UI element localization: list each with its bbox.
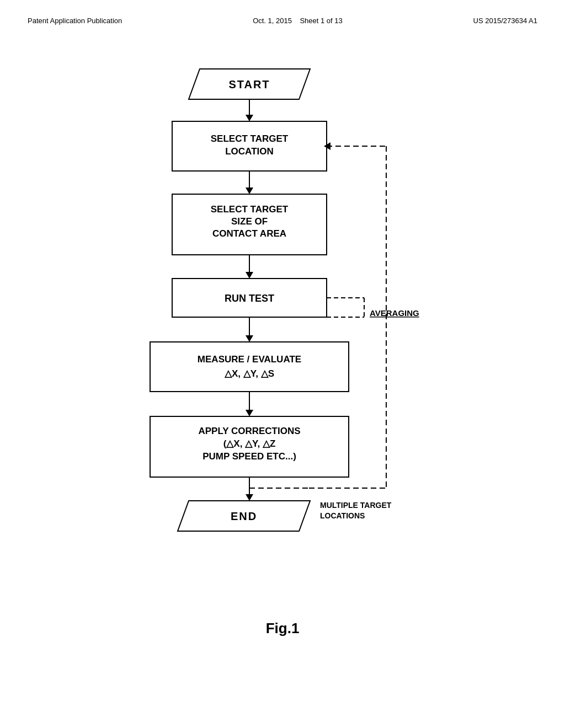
svg-marker-35 xyxy=(178,501,310,531)
header-center: Oct. 1, 2015 Sheet 1 of 13 xyxy=(253,17,343,25)
svg-marker-8 xyxy=(246,188,253,194)
svg-marker-14 xyxy=(246,272,253,279)
svg-rect-4 xyxy=(172,121,327,171)
svg-text:MULTIPLE TARGET: MULTIPLE TARGET xyxy=(320,501,392,510)
svg-text:PUMP SPEED ETC...): PUMP SPEED ETC...) xyxy=(202,451,296,462)
svg-marker-28 xyxy=(246,410,253,416)
svg-text:END: END xyxy=(231,510,257,522)
svg-text:SIZE OF: SIZE OF xyxy=(231,216,268,227)
svg-rect-9 xyxy=(172,194,327,255)
diagram-area: START SELECT TARGET LOCATION SELECT TARG… xyxy=(0,36,565,670)
svg-text:LOCATIONS: LOCATIONS xyxy=(320,511,365,520)
fig-label: Fig.1 xyxy=(266,620,300,637)
svg-marker-44 xyxy=(324,142,331,150)
header-sheet: Sheet 1 of 13 xyxy=(300,17,342,25)
svg-text:RUN TEST: RUN TEST xyxy=(225,293,274,304)
header-date: Oct. 1, 2015 xyxy=(253,17,292,25)
header: Patent Application Publication Oct. 1, 2… xyxy=(0,0,565,30)
svg-text:START: START xyxy=(228,78,270,90)
svg-text:AVERAGING: AVERAGING xyxy=(370,308,419,318)
svg-marker-3 xyxy=(246,115,253,121)
svg-rect-24 xyxy=(150,342,349,392)
svg-text:(△X, △Y, △Z: (△X, △Y, △Z xyxy=(223,438,276,449)
header-left: Patent Application Publication xyxy=(28,17,122,25)
svg-marker-34 xyxy=(246,494,253,501)
svg-rect-29 xyxy=(150,416,349,477)
svg-text:MEASURE / EVALUATE: MEASURE / EVALUATE xyxy=(198,354,301,365)
svg-marker-0 xyxy=(189,69,310,99)
svg-text:SELECT TARGET: SELECT TARGET xyxy=(211,204,289,215)
header-right: US 2015/273634 A1 xyxy=(473,17,537,25)
svg-text:LOCATION: LOCATION xyxy=(225,146,274,157)
svg-text:SELECT TARGET: SELECT TARGET xyxy=(211,133,289,144)
svg-text:APPLY CORRECTIONS: APPLY CORRECTIONS xyxy=(198,426,300,436)
svg-marker-23 xyxy=(246,335,253,342)
svg-text:CONTACT AREA: CONTACT AREA xyxy=(212,228,286,239)
svg-text:△X, △Y, △S: △X, △Y, △S xyxy=(224,368,274,379)
svg-rect-15 xyxy=(172,279,327,317)
